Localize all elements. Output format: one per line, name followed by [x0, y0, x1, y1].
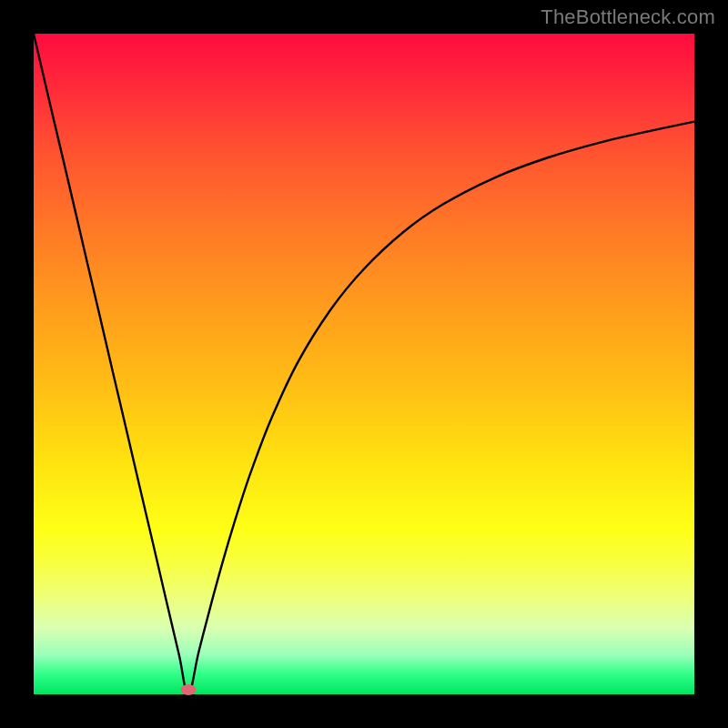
- chart-frame: TheBottleneck.com: [0, 0, 728, 728]
- plot-area: [34, 34, 694, 694]
- optimal-point-marker: [180, 684, 196, 695]
- watermark-text: TheBottleneck.com: [541, 5, 715, 29]
- bottleneck-curve: [34, 34, 694, 694]
